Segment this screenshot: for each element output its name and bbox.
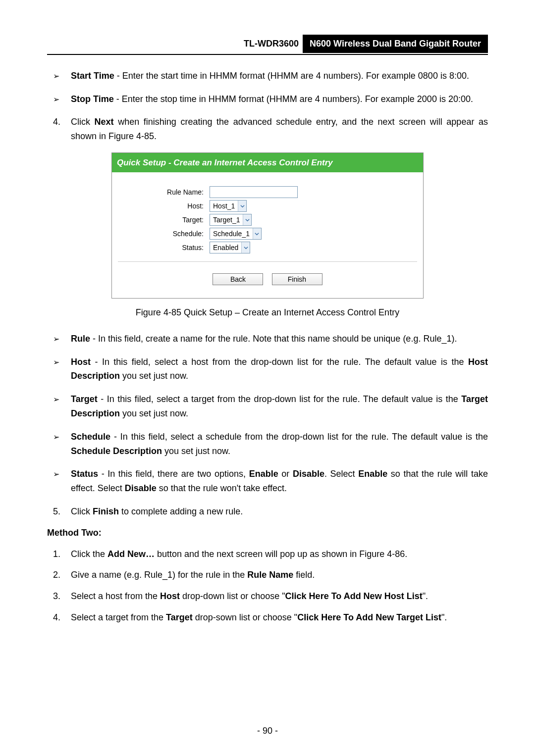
- text: Click the: [71, 549, 107, 559]
- label-stop-time: Stop Time: [71, 94, 114, 104]
- text: - Enter the start time in HHMM format (H…: [114, 71, 469, 81]
- list-item: ➢ Stop Time - Enter the stop time in HHM…: [71, 92, 488, 106]
- bold: Rule Name: [247, 570, 293, 580]
- text: Click: [71, 506, 93, 516]
- schedule-select[interactable]: Schedule_1: [210, 228, 262, 240]
- text: - In this field, create a name for the r…: [90, 334, 457, 344]
- status-select[interactable]: Enabled: [210, 242, 250, 253]
- text: ".: [441, 612, 447, 622]
- bold-finish: Finish: [93, 506, 119, 516]
- list-item: ➢ Schedule - In this field, select a sch…: [71, 430, 488, 458]
- bold-next: Next: [95, 117, 114, 127]
- select-value: Host_1: [210, 201, 238, 211]
- list-item: 2. Give a name (e.g. Rule_1) for the rul…: [71, 568, 488, 582]
- text: Select a target from the: [71, 612, 166, 622]
- quick-setup-panel: Quick Setup - Create an Internet Access …: [111, 152, 424, 299]
- text: you set just now.: [120, 408, 188, 418]
- bold: Target: [166, 612, 193, 622]
- text: - In this field, select a schedule from …: [110, 432, 488, 442]
- text: so that the rule won't take effect.: [157, 483, 287, 493]
- bold: Enable: [249, 469, 278, 479]
- rule-name-input[interactable]: [210, 186, 298, 198]
- text: - Enter the stop time in HHMM format (HH…: [114, 94, 473, 104]
- text: Give a name (e.g. Rule_1) for the rule i…: [71, 570, 247, 580]
- chevron-down-icon: [243, 214, 251, 225]
- chevron-right-icon: ➢: [53, 70, 59, 83]
- numbered-list: 5. Click Finish to complete adding a new…: [47, 504, 488, 519]
- header-title: N600 Wireless Dual Band Gigabit Router: [303, 35, 488, 53]
- bold-target: Target: [71, 394, 98, 404]
- text: button and the next screen will pop up a…: [155, 549, 407, 559]
- chevron-down-icon: [253, 228, 261, 239]
- label-status: Status:: [118, 242, 210, 253]
- bold: Click Here To Add New Target List: [297, 612, 441, 622]
- text: drop-sown list or choose ": [193, 612, 297, 622]
- bold-rule: Rule: [71, 334, 90, 344]
- list-number: 1.: [53, 547, 60, 561]
- target-select[interactable]: Target_1: [210, 214, 252, 226]
- panel-title: Quick Setup - Create an Internet Access …: [112, 153, 423, 172]
- page-number: - 90 -: [0, 724, 535, 738]
- button-row: Back Finish: [118, 270, 417, 289]
- bold-schedule: Schedule: [71, 432, 110, 442]
- text: - In this field, there are two options,: [98, 469, 249, 479]
- numbered-list: 4. Click Next when finishing creating th…: [47, 115, 488, 144]
- chevron-right-icon: ➢: [53, 393, 59, 406]
- chevron-right-icon: ➢: [53, 356, 59, 369]
- label-rule-name: Rule Name:: [118, 187, 210, 198]
- method-two-heading: Method Two:: [47, 526, 488, 540]
- label-host: Host:: [118, 201, 210, 211]
- bold: Enable: [358, 469, 387, 479]
- chevron-right-icon: ➢: [53, 468, 59, 481]
- list-number: 4.: [53, 115, 60, 129]
- text: to complete adding a new rule.: [119, 506, 243, 516]
- list-item: 1. Click the Add New… button and the nex…: [71, 547, 488, 561]
- host-select[interactable]: Host_1: [210, 200, 247, 212]
- text: or: [278, 469, 293, 479]
- label-target: Target:: [118, 214, 210, 225]
- description-list: ➢ Rule - In this field, create a name fo…: [47, 332, 488, 496]
- text: - In this filed, select a target from th…: [98, 394, 462, 404]
- text: you set just now.: [120, 371, 188, 381]
- text: Select a host from the: [71, 591, 160, 601]
- list-item: ➢ Status - In this field, there are two …: [71, 467, 488, 496]
- finish-button[interactable]: Finish: [272, 273, 322, 285]
- bold: Add New…: [107, 549, 155, 559]
- chevron-down-icon: [238, 201, 246, 211]
- chevron-down-icon: [241, 242, 250, 253]
- list-item: ➢ Target - In this filed, select a targe…: [71, 392, 488, 421]
- list-item: ➢ Start Time - Enter the start time in H…: [71, 69, 488, 83]
- header-model: TL-WDR3600: [240, 35, 303, 52]
- text: when finishing creating the advanced sch…: [71, 117, 488, 141]
- bold-sched-desc: Schedule Description: [71, 446, 162, 456]
- list-number: 5.: [53, 504, 60, 519]
- text: . Select: [324, 469, 358, 479]
- select-value: Target_1: [210, 214, 243, 225]
- label-schedule: Schedule:: [118, 228, 210, 239]
- list-item: 3. Select a host from the Host drop-down…: [71, 589, 488, 604]
- list-item: ➢ Host - In this field, select a host fr…: [71, 355, 488, 384]
- time-bullet-list: ➢ Start Time - Enter the start time in H…: [47, 69, 488, 106]
- bold: Click Here To Add New Host List: [285, 591, 423, 601]
- bold: Host: [160, 591, 180, 601]
- chevron-right-icon: ➢: [53, 431, 59, 444]
- list-item: ➢ Rule - In this field, create a name fo…: [71, 332, 488, 346]
- figure-caption: Figure 4-85 Quick Setup – Create an Inte…: [47, 305, 488, 320]
- bold-host: Host: [71, 357, 91, 367]
- panel-body: Rule Name: Host: Host_1 Target: Target_1…: [112, 172, 423, 298]
- list-number: 3.: [53, 589, 60, 604]
- select-value: Enabled: [210, 242, 241, 253]
- label-start-time: Start Time: [71, 71, 114, 81]
- text: drop-down list or choose ": [180, 591, 285, 601]
- back-button[interactable]: Back: [213, 273, 263, 285]
- divider: [118, 261, 417, 262]
- text: Click: [71, 117, 95, 127]
- list-item: 4. Click Next when finishing creating th…: [71, 115, 488, 144]
- chevron-right-icon: ➢: [53, 333, 59, 346]
- text: field.: [293, 570, 315, 580]
- bold: Disable: [125, 483, 157, 493]
- list-item: 5. Click Finish to complete adding a new…: [71, 504, 488, 519]
- select-value: Schedule_1: [210, 228, 253, 239]
- text: - In this field, select a host from the …: [91, 357, 468, 367]
- chevron-right-icon: ➢: [53, 93, 59, 106]
